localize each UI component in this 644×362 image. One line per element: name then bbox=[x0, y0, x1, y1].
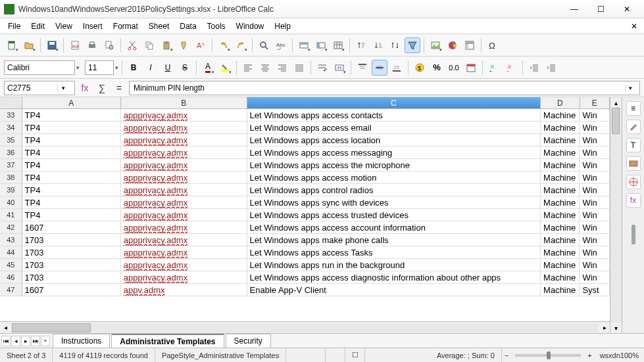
menu-data[interactable]: Data bbox=[174, 20, 201, 33]
cell[interactable]: Machine bbox=[541, 259, 580, 271]
zoom-slider[interactable] bbox=[515, 354, 581, 357]
sort-asc-button[interactable] bbox=[353, 37, 369, 53]
cell[interactable]: Let Windows apps sync with devices bbox=[247, 196, 541, 208]
cell[interactable]: 1703 bbox=[22, 259, 121, 271]
copy-button[interactable] bbox=[141, 37, 157, 53]
cell[interactable]: Let Windows apps access trusted devices bbox=[247, 209, 541, 221]
status-insert-mode[interactable] bbox=[326, 348, 345, 362]
row-header[interactable]: 33 bbox=[0, 109, 22, 121]
valign-bottom-button[interactable] bbox=[389, 60, 405, 76]
menu-window[interactable]: Window bbox=[231, 20, 270, 33]
cell[interactable]: Machine bbox=[541, 284, 580, 296]
cell[interactable]: Let Windows apps control radios bbox=[247, 184, 541, 196]
cell[interactable]: Win bbox=[580, 109, 610, 121]
hscroll-thumb[interactable] bbox=[12, 323, 91, 332]
cell[interactable]: 1607 bbox=[22, 221, 121, 233]
sum-button[interactable]: ∑ bbox=[95, 81, 109, 95]
cell[interactable]: Win bbox=[580, 122, 610, 133]
spellcheck-button[interactable]: Abc bbox=[273, 37, 289, 53]
sheet-tab-admin-templates[interactable]: Administrative Templates bbox=[111, 334, 224, 348]
functions-icon[interactable]: fx bbox=[626, 193, 641, 208]
cell[interactable]: appprivacy.admx bbox=[121, 159, 247, 171]
cell[interactable]: Let Windows apps run in the background bbox=[247, 259, 541, 271]
cell[interactable]: appprivacy.admx bbox=[121, 147, 247, 158]
function-wizard-button[interactable]: fx bbox=[78, 81, 92, 95]
table-row[interactable]: 451703appprivacy.admxLet Windows apps ru… bbox=[0, 259, 610, 271]
row-header[interactable]: 47 bbox=[0, 284, 22, 296]
scroll-right-button[interactable]: ▸ bbox=[599, 323, 610, 333]
cell[interactable]: Machine bbox=[541, 134, 580, 146]
cell[interactable]: 1703 bbox=[22, 271, 121, 283]
row-header[interactable]: 42 bbox=[0, 221, 22, 233]
horizontal-scrollbar[interactable]: ◂ ▸ bbox=[0, 321, 610, 333]
add-sheet-button[interactable]: + bbox=[41, 336, 50, 346]
row-header[interactable]: 46 bbox=[0, 271, 22, 283]
underline-button[interactable]: U bbox=[160, 60, 176, 76]
save-button[interactable] bbox=[44, 37, 60, 53]
navigator-icon[interactable] bbox=[626, 175, 641, 189]
align-left-button[interactable] bbox=[240, 60, 256, 76]
wrap-text-button[interactable] bbox=[314, 60, 330, 76]
chart-button[interactable] bbox=[445, 37, 460, 53]
menu-insert[interactable]: Insert bbox=[78, 20, 108, 33]
table-row[interactable]: 461703appprivacy.admxLet Windows apps ac… bbox=[0, 271, 610, 284]
cell[interactable]: TP4 bbox=[22, 147, 121, 158]
print-preview-button[interactable] bbox=[101, 37, 117, 53]
cell[interactable]: Let Windows apps access account informat… bbox=[247, 221, 541, 233]
zoom-in-button[interactable]: + bbox=[585, 351, 594, 359]
cell[interactable]: appprivacy.admx bbox=[121, 246, 247, 258]
scroll-left-button[interactable]: ◂ bbox=[0, 323, 11, 333]
cell-reference-input[interactable] bbox=[5, 83, 57, 93]
cell[interactable]: appv.admx bbox=[121, 284, 247, 296]
cell[interactable]: appprivacy.admx bbox=[121, 271, 247, 283]
table-row[interactable]: 36TP4appprivacy.admxLet Windows apps acc… bbox=[0, 147, 610, 159]
align-justify-button[interactable] bbox=[291, 60, 307, 76]
col-header-a[interactable]: A bbox=[22, 97, 121, 108]
cell[interactable]: Enable App-V Client bbox=[247, 284, 541, 296]
cell[interactable]: Machine bbox=[541, 184, 580, 196]
undo-button[interactable] bbox=[216, 37, 232, 53]
pivot-button[interactable] bbox=[462, 37, 478, 53]
highlight-button[interactable] bbox=[217, 60, 233, 76]
cell[interactable]: TP4 bbox=[22, 134, 121, 146]
status-calc[interactable]: Average: ; Sum: 0 bbox=[430, 348, 502, 362]
cell[interactable]: Let Windows apps access messaging bbox=[247, 147, 541, 158]
cell[interactable]: Machine bbox=[541, 122, 580, 133]
table-row[interactable]: 40TP4appprivacy.admxLet Windows apps syn… bbox=[0, 196, 610, 209]
tab-next-button[interactable]: ▸ bbox=[21, 336, 30, 346]
cell[interactable]: Syst bbox=[580, 284, 610, 296]
cut-button[interactable] bbox=[124, 37, 140, 53]
row-header[interactable]: 36 bbox=[0, 147, 22, 158]
row-header[interactable]: 40 bbox=[0, 196, 22, 208]
sidebar-handle[interactable] bbox=[632, 225, 635, 244]
number-button[interactable]: 0.0 bbox=[446, 60, 462, 76]
minimize-button[interactable]: — bbox=[561, 1, 587, 17]
cell[interactable]: Let Windows apps access diagnostic infor… bbox=[247, 271, 541, 283]
font-dropdown-icon[interactable]: ▾ bbox=[76, 64, 80, 71]
spreadsheet-grid[interactable]: A B C D E 33TP4appprivacy.admxLet Window… bbox=[0, 97, 610, 333]
align-center-button[interactable] bbox=[257, 60, 273, 76]
add-decimal-button[interactable]: .0+ bbox=[486, 60, 502, 76]
cell[interactable]: Win bbox=[580, 209, 610, 221]
merge-cells-button[interactable] bbox=[332, 60, 347, 76]
scroll-down-button[interactable]: ▾ bbox=[610, 323, 622, 333]
percent-button[interactable]: % bbox=[429, 60, 445, 76]
clear-format-button[interactable]: A bbox=[193, 37, 209, 53]
row-header[interactable]: 37 bbox=[0, 159, 22, 171]
cell[interactable]: Machine bbox=[541, 159, 580, 171]
styles-icon[interactable]: T bbox=[626, 138, 641, 152]
cell[interactable]: Machine bbox=[541, 109, 580, 121]
row-header[interactable]: 45 bbox=[0, 259, 22, 271]
strike-button[interactable]: S bbox=[177, 60, 193, 76]
clone-format-button[interactable] bbox=[176, 37, 191, 53]
cell[interactable]: TP4 bbox=[22, 209, 121, 221]
cell[interactable]: Win bbox=[580, 246, 610, 258]
cell[interactable]: Win bbox=[580, 159, 610, 171]
name-box-dropdown[interactable]: ▾ bbox=[57, 85, 69, 91]
find-button[interactable] bbox=[256, 37, 272, 53]
cell[interactable]: TP4 bbox=[22, 109, 121, 121]
cell[interactable]: Machine bbox=[541, 234, 580, 246]
cell[interactable]: Win bbox=[580, 134, 610, 146]
cell[interactable]: appprivacy.admx bbox=[121, 171, 247, 183]
formula-text[interactable] bbox=[134, 83, 625, 93]
